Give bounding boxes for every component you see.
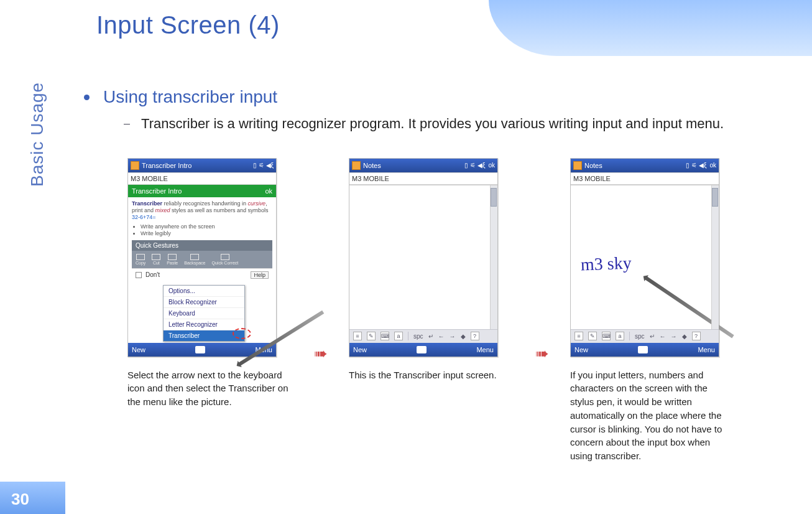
device2-menu[interactable]: Menu (476, 346, 494, 353)
tb-right-icon[interactable]: → (671, 333, 677, 340)
intro-strong: Transcriber (132, 200, 162, 207)
tb-help-icon[interactable]: ? (471, 332, 479, 340)
tb-left-icon[interactable]: ← (438, 333, 445, 340)
device1-greenbar: Transcriber Intro ok (128, 185, 276, 197)
gesture-copy: Copy (136, 261, 145, 265)
volume-icon: ◀ξ (478, 162, 485, 169)
keyboard-icon[interactable] (195, 346, 205, 353)
tb-right-icon[interactable]: → (450, 333, 456, 340)
tb-btn-1[interactable]: ≡ (353, 332, 362, 340)
device3-menu[interactable]: Menu (698, 346, 715, 353)
stylus-icon (644, 276, 734, 338)
device1-address-text: M3 MOBILE (131, 175, 168, 182)
scrollbar[interactable] (490, 185, 497, 329)
tb-enter-icon[interactable]: ↵ (650, 333, 655, 340)
device3-toolbar: ≡ ✎ ⌨ a spc ↵ ← → ◆ ? (571, 329, 719, 343)
device1-title: Transcriber Intro (142, 162, 191, 169)
caption-2: This is the Transcriber input screen. (349, 368, 497, 382)
quick-gestures-header: Quick Gestures (132, 240, 272, 251)
device2-address-text: M3 MOBILE (352, 175, 389, 182)
greenbar-title: Transcriber Intro (132, 187, 182, 195)
header-swoosh (489, 0, 812, 56)
device2-title: Notes (363, 162, 381, 169)
tb-spc-label[interactable]: spc (413, 333, 423, 340)
device3-tray: ▯ ⚟ ◀ξ ok (686, 162, 716, 169)
tb-dot-icon[interactable]: ◆ (461, 333, 466, 340)
keyboard-icon[interactable] (417, 346, 427, 353)
caption-1: Select the arrow next to the keyboard ic… (127, 368, 289, 409)
device2-ok[interactable]: ok (488, 162, 495, 169)
tb-spc-label[interactable]: spc (635, 333, 645, 340)
intro-r3: styles as well as numbers and symbols (170, 207, 269, 213)
caption-3: If you input letters, numbers and charac… (570, 368, 732, 463)
popup-block-recognizer[interactable]: Block Recognizer (164, 297, 244, 308)
arrow-right-icon: ➠ (314, 344, 324, 363)
gesture-paste: Paste (167, 261, 178, 265)
help-button[interactable]: Help (251, 271, 269, 279)
screenshot-col-3: Notes ▯ ⚟ ◀ξ ok M3 MOBILE m3 sky (570, 158, 732, 463)
device2-footer: New Menu (349, 343, 497, 357)
scrollbar[interactable] (711, 185, 719, 329)
screenshot-col-1: Transcriber Intro ▯ ⚟ ◀ξ M3 MOBILE Trans… (127, 158, 289, 409)
dont-show-row: Don't Help (132, 268, 272, 281)
device3-ok[interactable]: ok (709, 162, 716, 169)
subpoint-row: – Transcriber is a writing recognizer pr… (124, 114, 812, 133)
tb-dot-icon[interactable]: ◆ (682, 333, 687, 340)
tb-btn-1[interactable]: ≡ (574, 332, 583, 340)
scroll-thumb[interactable] (712, 188, 718, 207)
gesture-icons-row: Copy Cut Paste Backspace Quick Correct (132, 251, 272, 268)
signal-icon: ▯ (464, 162, 468, 169)
wifi-icon: ⚟ (259, 162, 264, 169)
content-area: Using transcriber input – Transcriber is… (78, 87, 812, 463)
windows-flag-icon (352, 161, 361, 170)
subpoint-text: Transcriber is a writing recognizer prog… (141, 114, 724, 133)
device1-address-bar: M3 MOBILE (128, 172, 276, 185)
device-screenshot-2: Notes ▯ ⚟ ◀ξ ok M3 MOBILE (349, 158, 498, 357)
screenshot-col-2: Notes ▯ ⚟ ◀ξ ok M3 MOBILE (349, 158, 510, 382)
tip-1: Write anywhere on the screen (141, 223, 272, 230)
tb-btn-3[interactable]: ⌨ (381, 332, 389, 340)
tb-help-icon[interactable]: ? (692, 332, 701, 340)
popup-options[interactable]: Options... (164, 286, 244, 297)
tip-2: Write legibly (141, 230, 272, 236)
tb-btn-3[interactable]: ⌨ (602, 332, 611, 340)
popup-letter-recognizer[interactable]: Letter Recognizer (164, 319, 244, 330)
device3-address-bar: M3 MOBILE (571, 172, 719, 185)
tb-btn-4[interactable]: a (616, 332, 624, 340)
device2-address-bar: M3 MOBILE (349, 172, 497, 185)
device2-note-area[interactable] (349, 185, 497, 329)
scroll-thumb[interactable] (491, 188, 497, 207)
device2-titlebar: Notes ▯ ⚟ ◀ξ ok (349, 159, 497, 172)
device3-new[interactable]: New (574, 346, 588, 353)
device1-titlebar: Transcriber Intro ▯ ⚟ ◀ξ (128, 159, 276, 172)
tb-btn-2[interactable]: ✎ (588, 332, 597, 340)
tb-btn-4[interactable]: a (394, 332, 403, 340)
tb-enter-icon[interactable]: ↵ (428, 333, 433, 340)
device3-note-area[interactable]: m3 sky (571, 185, 719, 329)
arrow-right-icon: ➠ (535, 344, 545, 363)
tb-left-icon[interactable]: ← (660, 333, 666, 340)
device-screenshot-1: Transcriber Intro ▯ ⚟ ◀ξ M3 MOBILE Trans… (127, 158, 277, 357)
keyboard-icon[interactable] (638, 346, 648, 353)
intro-r1: reliably recognizes handwriting in (162, 200, 248, 207)
bullet-dot-icon (84, 95, 90, 100)
volume-icon: ◀ξ (266, 162, 274, 169)
device2-new[interactable]: New (353, 346, 367, 353)
intro-nums: 32-6+74= (132, 214, 156, 220)
device3-address-text: M3 MOBILE (573, 175, 611, 182)
dash-icon: – (124, 117, 130, 130)
device1-new[interactable]: New (132, 346, 145, 353)
dont-label: Don't (145, 271, 160, 278)
handwriting-sample: m3 sky (580, 253, 632, 274)
device3-footer: New Menu (571, 343, 719, 357)
dont-checkbox[interactable] (136, 272, 142, 278)
intro-tips: Write anywhere on the screen Write legib… (141, 223, 272, 236)
greenbar-ok: ok (265, 187, 272, 195)
popup-keyboard[interactable]: Keyboard (164, 308, 244, 319)
device3-titlebar: Notes ▯ ⚟ ◀ξ ok (571, 159, 719, 172)
gesture-cut: Cut (153, 261, 160, 265)
device2-toolbar: ≡ ✎ ⌨ a spc ↵ ← → ◆ ? (349, 329, 497, 343)
tb-btn-2[interactable]: ✎ (367, 332, 376, 340)
screenshots-row: Transcriber Intro ▯ ⚟ ◀ξ M3 MOBILE Trans… (127, 158, 812, 463)
bullet-text: Using transcriber input (103, 87, 277, 107)
